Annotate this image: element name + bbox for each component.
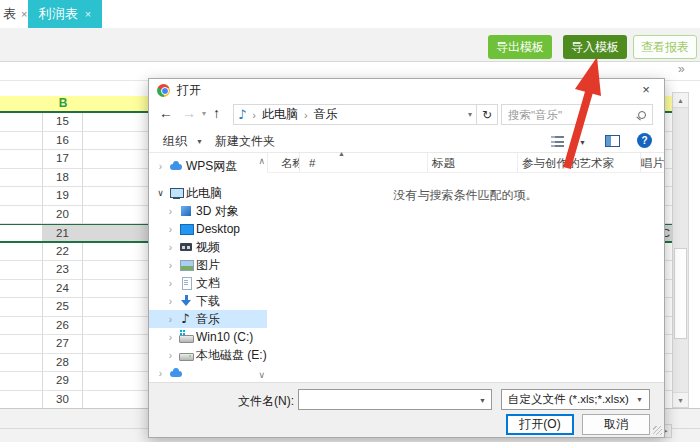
sidebar-item[interactable]: › 文档 — [149, 274, 267, 292]
refresh-icon[interactable]: ↻ — [477, 104, 498, 125]
history-dropdown-icon[interactable]: ▾ — [202, 109, 206, 118]
sidebar-item[interactable]: › 本地磁盘 (E:) — [149, 346, 267, 364]
cell-a[interactable] — [0, 391, 43, 410]
cell-a[interactable] — [0, 206, 43, 225]
search-box[interactable] — [501, 104, 653, 125]
cell-a[interactable] — [0, 243, 43, 262]
breadcrumb-music[interactable]: 音乐 — [314, 106, 338, 123]
expander-icon[interactable]: › — [155, 161, 166, 172]
cell-b[interactable]: 26 — [43, 317, 83, 336]
cell-b[interactable]: 16 — [43, 132, 83, 151]
help-icon[interactable]: ? — [637, 133, 652, 148]
cell-b[interactable]: 15 — [43, 113, 83, 132]
cell-b[interactable]: 22 — [43, 243, 83, 262]
cell-a[interactable] — [0, 261, 43, 280]
sidebar-item[interactable]: › Desktop — [149, 220, 267, 238]
cell-a[interactable] — [0, 298, 43, 317]
new-folder-button[interactable]: 新建文件夹 — [215, 133, 275, 150]
sidebar-item[interactable]: › 下载 — [149, 292, 267, 310]
cell-b[interactable]: 27 — [43, 335, 83, 354]
expander-icon[interactable]: › — [165, 350, 176, 361]
expander-icon[interactable]: › — [165, 332, 176, 343]
vertical-scrollbar[interactable]: ▲ ▼ — [672, 92, 689, 408]
expander-icon[interactable]: › — [165, 260, 176, 271]
cell-a[interactable] — [0, 169, 43, 188]
expander-icon[interactable]: › — [165, 314, 176, 325]
search-icon[interactable] — [638, 111, 646, 119]
address-dropdown-icon[interactable]: ▾ — [468, 110, 472, 119]
cell-a[interactable] — [0, 280, 43, 299]
cell-b[interactable]: 21 — [43, 225, 83, 241]
cell-a[interactable] — [0, 187, 43, 206]
sidebar-item[interactable]: › 音乐 — [149, 310, 267, 328]
search-input[interactable] — [508, 109, 626, 121]
expander-icon[interactable]: › — [165, 224, 176, 235]
tree-scroll-down-icon[interactable]: ∨ — [258, 370, 265, 380]
preview-pane-icon[interactable] — [605, 135, 620, 147]
cell-a[interactable] — [0, 150, 43, 169]
up-folder-icon[interactable]: ↑ — [213, 105, 220, 121]
filetype-dropdown[interactable]: 自定义文件 (*.xls;*.xlsx) ▼ — [501, 389, 650, 410]
scrollbar-thumb[interactable] — [674, 248, 687, 339]
filename-input[interactable] — [301, 391, 476, 408]
cell-a[interactable] — [0, 132, 43, 151]
import-template-button[interactable]: 导入模板 — [563, 35, 627, 59]
cell-a[interactable] — [0, 225, 43, 241]
breadcrumb-this-pc[interactable]: 此电脑 — [262, 106, 298, 123]
scroll-down-icon[interactable]: ▼ — [673, 392, 688, 407]
list-column-header[interactable]: 标题 — [427, 153, 517, 172]
tab-close-icon[interactable]: × — [21, 8, 27, 20]
expander-icon[interactable]: › — [165, 242, 176, 253]
cell-b[interactable]: 20 — [43, 206, 83, 225]
tab-background-sheet[interactable]: 表 × — [0, 0, 30, 28]
list-column-header[interactable]: 唱片 — [640, 153, 664, 172]
cell-b[interactable]: 18 — [43, 169, 83, 188]
view-report-button[interactable]: 查看报表 — [633, 35, 697, 59]
cell-b[interactable]: 25 — [43, 298, 83, 317]
tab-profit-sheet[interactable]: 利润表 × — [28, 0, 102, 28]
view-dropdown-icon[interactable]: ▼ — [579, 139, 586, 146]
filename-combobox[interactable]: ▼ — [298, 389, 492, 410]
sidebar-item[interactable]: ∨ 此电脑 — [149, 184, 267, 202]
cell-a[interactable] — [0, 335, 43, 354]
dialog-titlebar[interactable]: 打开 × — [149, 79, 664, 101]
resize-grip[interactable] — [653, 426, 662, 435]
sidebar-item[interactable]: › Win10 (C:) — [149, 328, 267, 346]
cell-a[interactable] — [0, 372, 43, 391]
sidebar-item[interactable]: › WPS网盘 — [149, 157, 267, 175]
expander-icon[interactable]: › — [165, 206, 176, 217]
expander-icon[interactable]: › — [165, 278, 176, 289]
open-button[interactable]: 打开(O) — [506, 414, 574, 435]
expander-icon[interactable]: › — [165, 296, 176, 307]
list-column-header[interactable]: 参与创作的艺术家 — [517, 153, 640, 172]
cell-b[interactable]: 23 — [43, 261, 83, 280]
expander-icon[interactable]: › — [155, 368, 166, 379]
sidebar-item[interactable]: › 视频 — [149, 238, 267, 256]
sidebar-item[interactable]: › 3D 对象 — [149, 202, 267, 220]
cell-b[interactable]: 28 — [43, 354, 83, 373]
cancel-button[interactable]: 取消 — [582, 414, 650, 435]
list-column-header[interactable]: # — [299, 153, 427, 172]
breadcrumb[interactable]: ♪ › 此电脑 › 音乐 ▾ — [233, 104, 477, 125]
column-header-b[interactable]: B — [43, 96, 83, 111]
expander-icon[interactable]: ∨ — [155, 188, 166, 198]
details-view-icon[interactable] — [551, 136, 564, 147]
scroll-up-icon[interactable]: ▲ — [673, 93, 688, 108]
filename-dropdown-icon[interactable]: ▼ — [479, 397, 486, 404]
forward-icon[interactable]: → — [182, 105, 196, 121]
cell-b[interactable]: 19 — [43, 187, 83, 206]
cell-a[interactable] — [0, 354, 43, 373]
cell-b[interactable]: 29 — [43, 372, 83, 391]
organize-button[interactable]: 组织 — [163, 133, 187, 150]
tree-scroll-up-icon[interactable]: ∧ — [258, 156, 265, 166]
cell-b[interactable]: 30 — [43, 391, 83, 410]
back-icon[interactable]: ← — [159, 105, 173, 121]
tab-close-icon[interactable]: × — [85, 8, 91, 20]
overflow-chevron-icon[interactable]: » — [678, 62, 685, 76]
close-icon[interactable]: × — [628, 79, 664, 101]
list-column-header[interactable]: 名称 — [267, 153, 299, 172]
cell-b[interactable]: 17 — [43, 150, 83, 169]
organize-dropdown-icon[interactable]: ▼ — [196, 138, 203, 145]
cell-b[interactable]: 24 — [43, 280, 83, 299]
export-template-button[interactable]: 导出模板 — [488, 35, 552, 59]
